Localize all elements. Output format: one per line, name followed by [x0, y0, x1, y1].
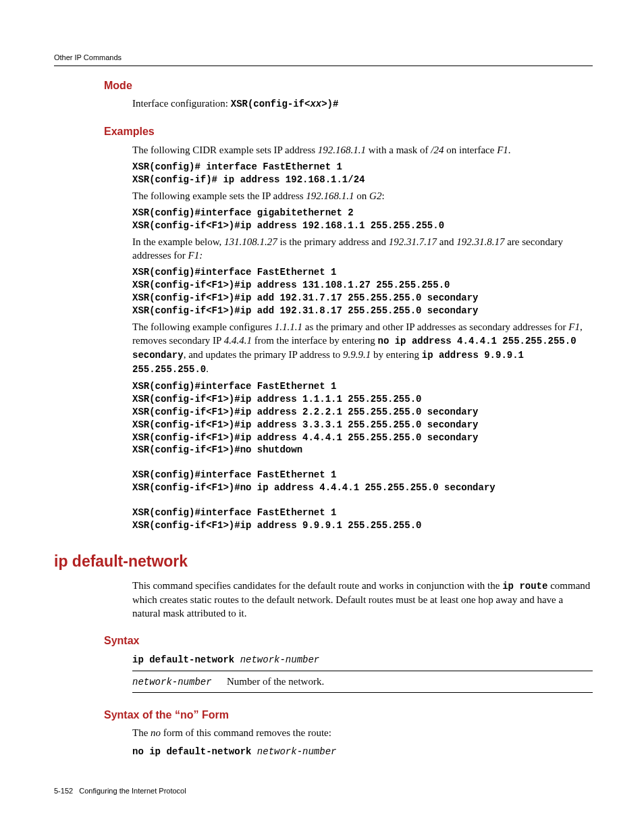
default-para: This command specifies candidates for th… — [132, 579, 593, 620]
default-body: This command specifies candidates for th… — [132, 579, 593, 620]
mode-code-1: XSR(config-if< — [231, 99, 311, 109]
noform-body: The no form of this command removes the … — [132, 726, 593, 758]
syntax-arg-name: network-number — [132, 671, 227, 692]
mode-code-italic: xx — [310, 99, 321, 109]
mode-text: Interface configuration: XSR(config-if<x… — [132, 97, 593, 111]
section-heading-syntax: Syntax — [104, 633, 593, 648]
example-2-text: The following example sets the IP addres… — [132, 189, 593, 203]
example-4c-code: XSR(config)#interface FastEthernet 1 XSR… — [132, 506, 593, 532]
example-4a-code: XSR(config)#interface FastEthernet 1 XSR… — [132, 380, 593, 457]
section-heading-examples: Examples — [104, 124, 593, 139]
page: Other IP Commands Mode Interface configu… — [0, 0, 644, 834]
noform-syntax: no ip default-network network-number — [132, 744, 593, 758]
examples-body: The following CIDR example sets IP addre… — [132, 143, 593, 532]
example-4b-code: XSR(config)#interface FastEthernet 1 XSR… — [132, 469, 593, 494]
syntax-arg-desc: Number of the network. — [227, 671, 593, 692]
page-header: Other IP Commands — [54, 53, 593, 63]
command-heading: ip default-network — [54, 551, 593, 572]
section-heading-noform: Syntax of the “no” Form — [104, 708, 593, 723]
example-3-text: In the example below, 131.108.1.27 is th… — [132, 235, 593, 263]
footer-label: Configuring the Internet Protocol — [79, 787, 186, 795]
table-row: network-number Number of the network. — [132, 671, 593, 692]
example-1-code: XSR(config)# interface FastEthernet 1 XS… — [132, 161, 593, 186]
page-footer: 5-152 Configuring the Internet Protocol — [54, 786, 186, 796]
syntax-body: ip default-network network-number networ… — [132, 652, 593, 693]
example-4-text: The following example configures 1.1.1.1… — [132, 320, 593, 376]
syntax-table: network-number Number of the network. — [132, 671, 593, 693]
example-1-text: The following CIDR example sets IP addre… — [132, 143, 593, 157]
mode-code-2: >)# — [321, 99, 338, 109]
mode-body: Interface configuration: XSR(config-if<x… — [132, 97, 593, 111]
noform-para: The no form of this command removes the … — [132, 726, 593, 739]
footer-page-number: 5-152 — [54, 787, 73, 795]
example-2-code: XSR(config)#interface gigabitethernet 2 … — [132, 207, 593, 232]
syntax-line: ip default-network network-number — [132, 652, 593, 667]
mode-text-prefix: Interface configuration: — [132, 98, 231, 109]
header-rule — [54, 66, 593, 66]
section-heading-mode: Mode — [104, 78, 593, 93]
example-3-code: XSR(config)#interface FastEthernet 1 XSR… — [132, 266, 593, 317]
